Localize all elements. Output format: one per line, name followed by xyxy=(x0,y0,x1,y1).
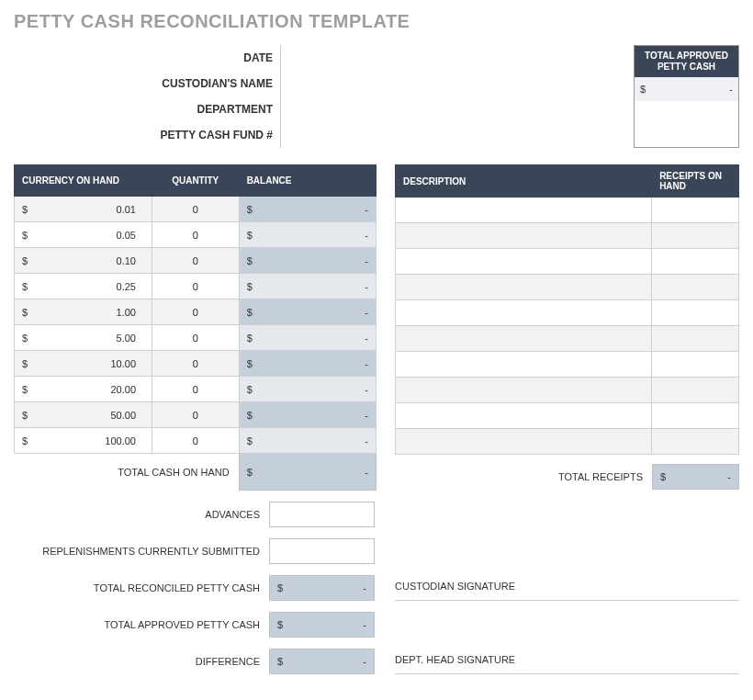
receipts-table: DESCRIPTION RECEIPTS ON HAND xyxy=(395,164,739,455)
currency-cell: $0.25 xyxy=(15,274,152,299)
receipt-cell[interactable] xyxy=(652,275,739,300)
reconciled-amount: - xyxy=(283,582,366,593)
total-cash-amount: - xyxy=(365,467,368,478)
custodian-signature[interactable]: CUSTODIAN SIGNATURE xyxy=(395,575,739,601)
receipt-cell[interactable] xyxy=(652,378,739,403)
description-cell[interactable] xyxy=(396,429,652,455)
quantity-cell[interactable]: 0 xyxy=(152,351,239,377)
currency-cell: $1.00 xyxy=(15,299,152,325)
description-cell[interactable] xyxy=(396,300,652,326)
balance-cell: $- xyxy=(239,325,376,351)
quantity-cell[interactable]: 0 xyxy=(152,428,239,454)
quantity-cell[interactable]: 0 xyxy=(152,402,239,428)
description-cell[interactable] xyxy=(396,275,652,300)
receipt-cell[interactable] xyxy=(652,429,739,455)
meta-fund-value[interactable] xyxy=(280,122,376,148)
receipt-cell[interactable] xyxy=(652,198,739,223)
currency-cell: $0.01 xyxy=(15,197,152,222)
description-cell[interactable] xyxy=(396,223,652,249)
currency-cell: $100.00 xyxy=(15,428,152,454)
balance-cell: $- xyxy=(239,377,376,402)
quantity-cell[interactable]: 0 xyxy=(152,325,239,351)
approved-box-value: $ - xyxy=(635,77,738,101)
quantity-cell[interactable]: 0 xyxy=(152,222,239,248)
approved-amount: - xyxy=(283,619,366,630)
description-cell[interactable] xyxy=(396,352,652,378)
meta-date-label: DATE xyxy=(14,51,280,64)
approved-label: TOTAL APPROVED PETTY CASH xyxy=(14,619,269,630)
balance-cell: $- xyxy=(239,402,376,428)
meta-block: DATE CUSTODIAN'S NAME DEPARTMENT PETTY C… xyxy=(14,45,376,148)
difference-label: DIFFERENCE xyxy=(14,656,269,667)
receipt-cell[interactable] xyxy=(652,249,739,275)
meta-department-value[interactable] xyxy=(280,96,376,122)
quantity-cell[interactable]: 0 xyxy=(152,299,239,325)
currency-cell: $10.00 xyxy=(15,351,152,377)
page-title: PETTY CASH RECONCILIATION TEMPLATE xyxy=(14,11,739,32)
receipt-cell[interactable] xyxy=(652,352,739,378)
reconciled-label: TOTAL RECONCILED PETTY CASH xyxy=(14,582,269,593)
replenishments-input[interactable] xyxy=(269,538,375,564)
approved-value: $ - xyxy=(269,612,375,638)
description-cell[interactable] xyxy=(396,326,652,352)
receipt-cell[interactable] xyxy=(652,403,739,429)
currency-cell: $20.00 xyxy=(15,377,152,402)
meta-custodian-value[interactable] xyxy=(280,71,376,96)
approved-box-amount: - xyxy=(646,84,733,95)
quantity-cell[interactable]: 0 xyxy=(152,274,239,299)
currency-cell: $5.00 xyxy=(15,325,152,351)
balance-cell: $- xyxy=(239,299,376,325)
total-receipts-amount: - xyxy=(666,471,731,482)
meta-date-value[interactable] xyxy=(280,45,376,71)
replenishments-label: REPLENISHMENTS CURRENTLY SUBMITTED xyxy=(14,546,269,557)
reconciled-value: $ - xyxy=(269,575,375,601)
currency-cell: $0.10 xyxy=(15,248,152,274)
description-cell[interactable] xyxy=(396,378,652,403)
meta-custodian-label: CUSTODIAN'S NAME xyxy=(14,77,280,90)
total-cash-label: TOTAL CASH ON HAND xyxy=(15,454,240,491)
difference-value: $ - xyxy=(269,649,375,674)
approved-box-header: TOTAL APPROVED PETTY CASH xyxy=(635,46,738,77)
description-cell[interactable] xyxy=(396,198,652,223)
th-currency: CURRENCY ON HAND xyxy=(15,165,152,197)
quantity-cell[interactable]: 0 xyxy=(152,377,239,402)
total-receipts-label: TOTAL RECEIPTS xyxy=(395,471,652,482)
dollar-sign: $ xyxy=(247,467,253,478)
description-cell[interactable] xyxy=(396,403,652,429)
advances-input[interactable] xyxy=(269,502,375,527)
receipt-cell[interactable] xyxy=(652,326,739,352)
total-receipts-value: $ - xyxy=(652,464,739,490)
th-description: DESCRIPTION xyxy=(396,165,652,198)
balance-cell: $- xyxy=(239,248,376,274)
dept-head-signature[interactable]: DEPT. HEAD SIGNATURE xyxy=(395,649,739,674)
balance-cell: $- xyxy=(239,197,376,222)
description-cell[interactable] xyxy=(396,249,652,275)
th-balance: BALANCE xyxy=(239,165,376,197)
advances-label: ADVANCES xyxy=(14,509,269,520)
receipt-cell[interactable] xyxy=(652,223,739,249)
meta-department-label: DEPARTMENT xyxy=(14,103,280,116)
difference-amount: - xyxy=(283,656,366,667)
quantity-cell[interactable]: 0 xyxy=(152,197,239,222)
receipt-cell[interactable] xyxy=(652,300,739,326)
balance-cell: $- xyxy=(239,351,376,377)
quantity-cell[interactable]: 0 xyxy=(152,248,239,274)
currency-table: CURRENCY ON HAND QUANTITY BALANCE $0.010… xyxy=(14,164,376,491)
th-receipts: RECEIPTS ON HAND xyxy=(652,165,739,198)
balance-cell: $- xyxy=(239,222,376,248)
balance-cell: $- xyxy=(239,274,376,299)
currency-cell: $50.00 xyxy=(15,402,152,428)
balance-cell: $- xyxy=(239,428,376,454)
total-cash-value: $ - xyxy=(239,454,376,491)
th-quantity: QUANTITY xyxy=(152,165,239,197)
meta-fund-label: PETTY CASH FUND # xyxy=(14,129,280,141)
currency-cell: $0.05 xyxy=(15,222,152,248)
approved-box: TOTAL APPROVED PETTY CASH $ - xyxy=(634,45,739,148)
